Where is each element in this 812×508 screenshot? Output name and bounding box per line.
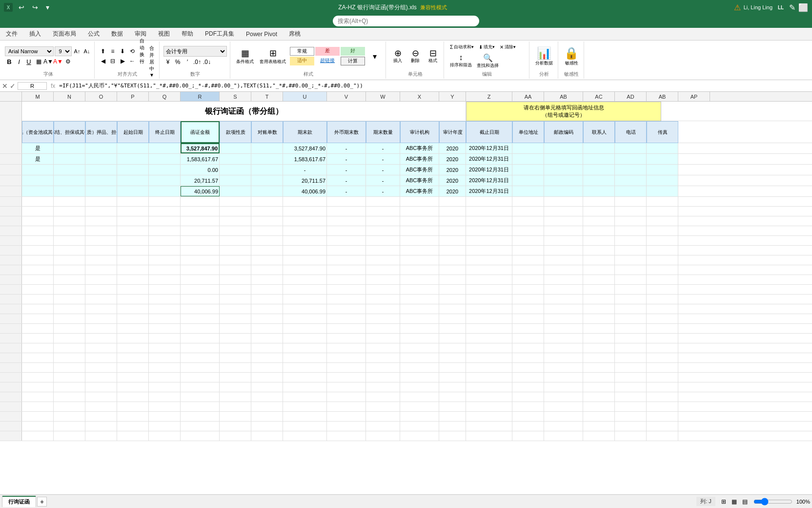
cell-AD1[interactable]	[615, 143, 647, 153]
cell-T4[interactable]	[251, 175, 283, 186]
cell-AC5[interactable]	[583, 186, 615, 196]
col-header-AD[interactable]: AD	[615, 92, 647, 101]
more-font-button[interactable]: ⚙	[63, 57, 72, 66]
header-W[interactable]: 期末数量	[366, 121, 400, 143]
cell-Z2[interactable]: 2020年12月31日	[466, 154, 512, 164]
cell-U2[interactable]: 1,583,617.67	[283, 154, 327, 164]
cell-M1[interactable]: 是	[22, 143, 54, 153]
font-decrease-button[interactable]: A↓	[82, 47, 91, 56]
tab-xitao[interactable]: 席桃	[283, 28, 306, 40]
edit-icon[interactable]: ✎	[789, 3, 795, 12]
conditional-format-button[interactable]: ▦ 条件格式	[234, 47, 256, 66]
sensitivity-button[interactable]: 🔒 敏感性	[562, 45, 581, 67]
cell-Y1[interactable]: 2020	[439, 143, 466, 153]
add-sheet-button[interactable]: +	[37, 497, 47, 507]
cell-S1[interactable]	[220, 143, 251, 153]
cell-T3[interactable]	[251, 165, 283, 175]
col-header-O[interactable]: O	[85, 92, 117, 101]
cell-U1[interactable]: 3,527,847.90	[283, 143, 327, 153]
tab-insert[interactable]: 插入	[23, 28, 47, 40]
merge-center-button[interactable]: 合并居中▼	[147, 57, 156, 65]
cell-AA5[interactable]	[512, 186, 544, 196]
col-header-V[interactable]: V	[327, 92, 366, 101]
cell-X3[interactable]: ABC事务所	[400, 165, 439, 175]
cell-R2[interactable]: 1,583,617.67	[181, 154, 220, 164]
align-bottom-button[interactable]: ⬇	[118, 47, 127, 56]
wrap-text-button[interactable]: 自动换行	[138, 47, 146, 56]
cell-AC2[interactable]	[583, 154, 615, 164]
cell-AD3[interactable]	[615, 165, 647, 175]
cell-Q1[interactable]	[149, 143, 181, 153]
col-header-AA[interactable]: AA	[512, 92, 544, 101]
table-format-button[interactable]: ⊞ 套用表格格式	[258, 47, 288, 66]
indent-inc-button[interactable]: →	[138, 57, 146, 65]
style-normal[interactable]: 常规	[290, 47, 314, 56]
formula-cancel-button[interactable]: ✕	[2, 82, 8, 90]
header-AE[interactable]: 传真	[647, 121, 678, 143]
font-increase-button[interactable]: A↑	[73, 47, 81, 56]
italic-button[interactable]: I	[15, 57, 23, 66]
bold-button[interactable]: B	[5, 57, 14, 66]
number-format-select[interactable]: 会计专用	[163, 46, 227, 57]
cell-AA2[interactable]	[512, 154, 544, 164]
align-top-button[interactable]: ⬆	[99, 47, 107, 56]
cell-U4[interactable]: 20,711.57	[283, 175, 327, 186]
page-layout-view-button[interactable]: ▦	[730, 497, 739, 506]
col-header-M[interactable]: M	[22, 92, 54, 101]
cell-Y4[interactable]: 2020	[439, 175, 466, 186]
cell-Q4[interactable]	[149, 175, 181, 186]
insert-cell-button[interactable]: ⊕ 插入	[390, 48, 406, 65]
cell-Z3[interactable]: 2020年12月31日	[466, 165, 512, 175]
find-select-button[interactable]: 🔍 查找和选择	[475, 52, 501, 70]
cell-Z5[interactable]: 2020年12月31日	[466, 186, 512, 196]
cell-N4[interactable]	[54, 175, 85, 186]
user-avatar[interactable]: LL	[775, 2, 786, 13]
cell-Y2[interactable]: 2020	[439, 154, 466, 164]
cell-M4[interactable]	[22, 175, 54, 186]
cell-N1[interactable]	[54, 143, 85, 153]
formula-confirm-button[interactable]: ✓	[10, 82, 16, 90]
col-header-T[interactable]: T	[251, 92, 283, 101]
header-Y[interactable]: 审计年度	[439, 121, 466, 143]
cell-AB2[interactable]	[544, 154, 583, 164]
cell-V2[interactable]: -	[327, 154, 366, 164]
cell-AE4[interactable]	[647, 175, 678, 186]
header-R[interactable]: 函证金额	[181, 121, 220, 143]
header-O[interactable]: 抵（质）押品、担保人	[85, 121, 117, 143]
indent-dec-button[interactable]: ←	[128, 57, 137, 65]
header-Q[interactable]: 终止日期	[149, 121, 181, 143]
underline-button[interactable]: U	[24, 57, 33, 66]
cell-M5[interactable]	[22, 186, 54, 196]
cell-AE5[interactable]	[647, 186, 678, 196]
cell-R1[interactable]: 3,527,847.90	[181, 143, 220, 153]
currency-button[interactable]: ¥	[163, 58, 172, 66]
clear-button[interactable]: ✕清除▾	[498, 43, 518, 51]
header-T[interactable]: 对账单数	[251, 121, 283, 143]
font-size-select[interactable]: 9	[55, 46, 72, 56]
cell-P5[interactable]	[117, 186, 149, 196]
tab-file[interactable]: 文件	[0, 28, 23, 40]
cell-W3[interactable]: -	[366, 165, 400, 175]
header-S[interactable]: 款项性质	[220, 121, 251, 143]
analyze-data-button[interactable]: 📊 分析数据	[533, 45, 555, 67]
cell-V5[interactable]: -	[327, 186, 366, 196]
cell-Z1[interactable]: 2020年12月31日	[466, 143, 512, 153]
col-header-Z[interactable]: Z	[466, 92, 512, 101]
cell-V1[interactable]: -	[327, 143, 366, 153]
cell-N2[interactable]	[54, 154, 85, 164]
cell-U3[interactable]: -	[283, 165, 327, 175]
font-family-select[interactable]: Arial Narrow	[5, 46, 54, 56]
decimal-inc-button[interactable]: .0↑	[193, 58, 202, 66]
cell-X1[interactable]: ABC事务所	[400, 143, 439, 153]
redo-button[interactable]: ↪	[30, 2, 40, 12]
cell-O4[interactable]	[85, 175, 117, 186]
header-AC[interactable]: 联系人	[583, 121, 615, 143]
search-input[interactable]	[333, 16, 479, 26]
cell-AA3[interactable]	[512, 165, 544, 175]
cell-AB1[interactable]	[544, 143, 583, 153]
cell-AA1[interactable]	[512, 143, 544, 153]
style-calc[interactable]: 计算	[341, 57, 365, 65]
cell-T5[interactable]	[251, 186, 283, 196]
cell-Y3[interactable]: 2020	[439, 165, 466, 175]
cell-W4[interactable]: -	[366, 175, 400, 186]
